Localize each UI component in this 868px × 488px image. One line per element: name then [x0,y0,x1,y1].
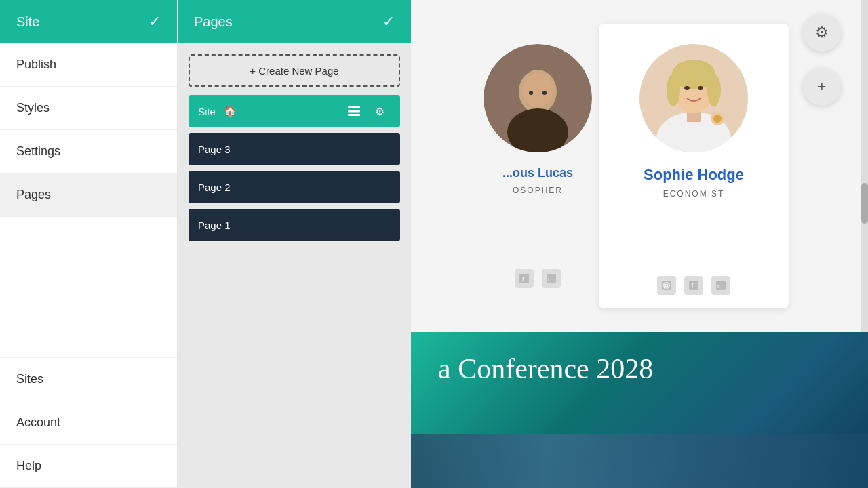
scrollbar-track[interactable] [861,0,868,332]
add-float-button[interactable]: + [803,68,841,106]
svg-rect-24 [662,281,671,290]
page-item-1[interactable]: Page 1 [189,209,400,241]
pages-header: Pages ✓ [178,0,411,43]
page-item-3[interactable]: Page 3 [189,133,400,165]
svg-rect-1 [348,110,360,113]
team-role-sophie: ECONOMIST [663,189,725,199]
team-name-partial: ...ous Lucas [502,166,573,180]
sidebar-check-icon: ✓ [149,13,161,30]
home-icon: 🏠 [224,105,237,117]
pages-check-icon: ✓ [382,13,395,30]
team-socials-partial: f t [515,269,561,288]
sidebar-item-styles[interactable]: Styles [0,87,177,130]
female-avatar-svg [639,44,748,152]
gear-icon-button[interactable]: ⚙ [369,100,391,122]
site-page-label: Site [198,106,216,117]
sidebar-item-sites[interactable]: Sites [0,358,177,401]
team-avatar-partial [484,44,592,152]
sidebar-header[interactable]: Site ✓ [0,0,177,43]
pages-title: Pages [194,14,233,30]
pages-content: + Create New Page Site 🏠 ⚙ P [178,43,411,252]
team-card-sophie: Sophie Hodge ECONOMIST f t [599,24,789,308]
create-new-page-label: + Create New Page [250,65,338,77]
conference-text: a Conference 2028 [438,352,653,385]
settings-float-icon: ⚙ [815,24,829,41]
team-cards-wrapper: ...ous Lucas OSOPHER f t [411,0,868,332]
facebook-icon-sophie: f [684,276,703,295]
sidebar-item-pages[interactable]: Pages [0,174,177,217]
svg-point-18 [667,74,680,106]
main-content: ⚙ + ...ous Lucas OSOPHER [411,0,868,488]
sidebar-item-publish[interactable]: Publish [0,43,177,87]
svg-rect-9 [519,274,529,283]
site-page-item[interactable]: Site 🏠 ⚙ [189,95,400,127]
settings-float-button[interactable]: ⚙ [803,14,841,52]
svg-point-6 [523,73,553,107]
svg-rect-0 [348,106,360,108]
team-avatar-sophie [639,44,748,152]
svg-point-20 [684,86,690,90]
svg-point-7 [529,91,533,95]
facebook-icon-partial: f [515,269,534,288]
team-card-partial: ...ous Lucas OSOPHER f t [484,30,592,302]
scrollbar-thumb[interactable] [861,183,868,224]
svg-point-27 [668,283,669,284]
team-role-partial: OSOPHER [513,186,563,195]
pages-panel: Pages ✓ + Create New Page Site 🏠 ⚙ [178,0,411,488]
svg-point-21 [698,86,703,90]
sidebar-item-help[interactable]: Help [0,445,177,488]
male-avatar-svg [484,44,592,152]
gear-icon: ⚙ [375,105,384,118]
svg-rect-28 [689,281,698,290]
layers-icon [348,105,360,117]
twitter-icon-sophie: t [711,276,730,295]
svg-point-23 [713,115,722,123]
team-socials-sophie: f t [657,276,730,295]
layers-icon-button[interactable] [343,100,365,122]
sidebar-title: Site [16,14,39,30]
sidebar: Site ✓ Publish Styles Settings Pages Sit… [0,0,178,488]
conference-image-strip [411,434,868,488]
svg-point-19 [707,74,721,106]
svg-rect-2 [348,114,360,116]
svg-point-8 [542,91,547,95]
conference-title: a Conference 2028 [438,352,653,385]
site-page-icons: ⚙ [343,100,391,122]
create-new-page-button[interactable]: + Create New Page [189,54,400,87]
sidebar-nav: Publish Styles Settings Pages Sites Acco… [0,43,177,488]
add-float-icon: + [818,78,827,96]
page-item-2[interactable]: Page 2 [189,171,400,203]
sidebar-item-settings[interactable]: Settings [0,130,177,174]
twitter-icon-partial: t [542,269,561,288]
team-name-sophie: Sophie Hodge [644,166,744,184]
conference-section: a Conference 2028 [411,332,868,488]
sidebar-item-account[interactable]: Account [0,401,177,445]
instagram-icon-sophie [657,276,676,295]
